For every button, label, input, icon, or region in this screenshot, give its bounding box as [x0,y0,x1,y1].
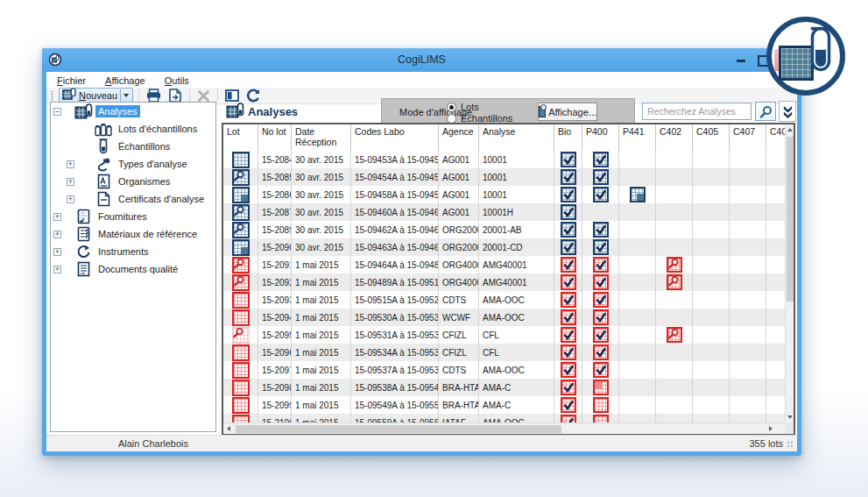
grid-red-icon[interactable] [593,397,609,413]
minimize-button[interactable] [737,60,745,62]
menu-fichier[interactable]: Fichier [57,75,86,86]
sidebar-item-analyses[interactable]: −Analyses [51,103,215,120]
check-blue-icon[interactable] [593,239,609,255]
cell-p400[interactable] [582,344,619,361]
sidebar-item-certificats-d-analyse[interactable]: +Certificats d'analyse [51,190,215,208]
cell-bio[interactable] [554,414,582,422]
cell-lot-icon[interactable] [223,186,258,203]
check-blue-icon[interactable] [593,187,609,202]
sidebar-item-organismes[interactable]: +Organismes [51,173,215,190]
refresh-button[interactable] [244,89,262,103]
mag-red-icon[interactable] [232,327,250,344]
cell-bio[interactable] [554,203,582,221]
sidebar-item-instruments[interactable]: +Instruments [51,243,215,260]
cell-lot-icon[interactable] [223,326,258,344]
grid-red-icon[interactable] [232,415,250,423]
cell-bio[interactable] [554,273,582,291]
column-header-agence[interactable]: Agence [439,124,479,151]
cell-p400[interactable] [582,256,619,273]
radio-button-icon[interactable] [447,114,456,124]
cell-bio[interactable] [554,379,582,396]
check-red-icon[interactable] [593,274,609,290]
cell-lot-icon[interactable] [223,256,258,273]
grid-mag-blue-icon[interactable] [232,169,250,186]
cell-lot-icon[interactable] [223,379,258,396]
cell-lot-icon[interactable] [223,361,258,379]
cell-lot-icon[interactable] [223,238,258,256]
radio-lots[interactable]: Lots [447,102,479,112]
cell-lot-icon[interactable] [223,396,258,414]
cell-lot-icon[interactable] [223,151,258,168]
vertical-scrollbar[interactable] [785,124,794,422]
grid-red-icon[interactable] [232,380,250,396]
check-red-icon[interactable] [561,344,576,360]
cell-bio[interactable] [554,309,582,326]
grid-red-icon[interactable] [232,344,250,361]
menu-affichage[interactable]: Affichage [105,75,145,86]
column-header-lot-icon[interactable]: Lot [223,124,258,151]
table-row[interactable]: 15-208930 avr. 201515-09462A à 15-09462A… [223,221,785,238]
grid-mag-red-icon[interactable] [232,257,250,273]
expand-icon[interactable]: + [53,248,61,256]
check-red-icon[interactable] [561,397,576,413]
column-header-p441[interactable]: P441 [619,124,656,151]
cell-c402[interactable] [656,273,693,291]
cell-p400[interactable] [582,291,619,309]
cell-bio[interactable] [554,186,582,203]
table-row[interactable]: 15-21001 mai 201515-09559A à 15-09563AIA… [223,414,785,422]
cell-bio[interactable] [554,151,582,168]
sidebar-item-mat-riaux-de-r-f-rence[interactable]: +Matériaux de référence [51,225,215,243]
table-row[interactable]: 15-209030 avr. 201515-09463A à 15-09463A… [223,238,785,256]
expand-search-button[interactable] [779,101,796,122]
check-red-icon[interactable] [561,327,576,343]
cell-bio[interactable] [554,221,582,238]
cell-lot-icon[interactable] [223,168,258,186]
table-row[interactable]: 15-20971 mai 201515-09537A à 15-09537ACD… [223,361,785,379]
grid-mag-red-icon[interactable] [667,257,682,273]
panel-toggle-button[interactable] [223,89,241,103]
column-header-c407[interactable]: C407 [730,124,766,151]
check-blue-icon[interactable] [561,204,576,220]
new-dropdown-arrow-icon[interactable] [120,89,131,103]
expand-icon[interactable]: + [67,160,74,168]
table-row[interactable]: 15-20931 mai 201515-09515A à 15-09529ACD… [223,291,785,309]
check-red-icon[interactable] [561,380,576,395]
table-row[interactable]: 15-208430 avr. 201515-09453A à 15-09453A… [223,151,785,168]
grid-mag-red-icon[interactable] [232,274,250,291]
cell-p400[interactable] [582,221,619,238]
check-red-icon[interactable] [593,292,609,308]
grid-mag-red-icon[interactable] [667,327,682,343]
scroll-left-icon[interactable] [227,426,230,431]
grid-red-icon[interactable] [232,362,250,379]
check-blue-icon[interactable] [561,239,576,255]
table-row[interactable]: 15-208630 avr. 201515-09458A à 15-09459A… [223,186,785,203]
column-header-date[interactable]: Date Réception [292,124,351,151]
cell-p400[interactable] [582,379,619,396]
sidebar-item-documents-qualit-[interactable]: +Documents qualité [51,260,215,278]
cell-p400[interactable] [582,414,619,422]
check-blue-icon[interactable] [561,187,576,202]
table-row[interactable]: 15-20941 mai 201515-09530A à 15-09530AWC… [223,309,785,326]
check-blue-icon[interactable] [561,169,576,185]
cell-lot-icon[interactable] [223,291,258,309]
scroll-right-icon[interactable] [769,426,773,431]
grid-red-icon[interactable] [232,397,250,414]
cell-p400[interactable] [582,396,619,414]
cell-c402[interactable] [656,256,693,273]
expand-icon[interactable]: + [53,231,61,238]
table-row[interactable]: 15-20921 mai 201515-09489A à 15-09514AOR… [223,273,785,291]
cell-bio[interactable] [554,326,582,344]
check-blue-icon[interactable] [561,222,576,238]
search-button[interactable] [755,102,776,121]
grid-blue-icon[interactable] [232,152,250,168]
cell-p400[interactable] [582,168,619,186]
collapse-icon[interactable]: − [53,108,61,116]
check-red-icon[interactable] [593,327,609,343]
display-settings-button[interactable]: Affichage... [538,103,597,121]
grid-partial-blue-icon[interactable] [232,187,250,203]
vertical-scroll-thumb[interactable] [787,137,794,302]
cell-p400[interactable] [582,186,619,203]
cell-p441[interactable] [619,186,656,203]
table-row[interactable]: 15-20911 mai 201515-09464A à 15-09488AOR… [223,256,785,273]
check-blue-icon[interactable] [593,169,609,185]
